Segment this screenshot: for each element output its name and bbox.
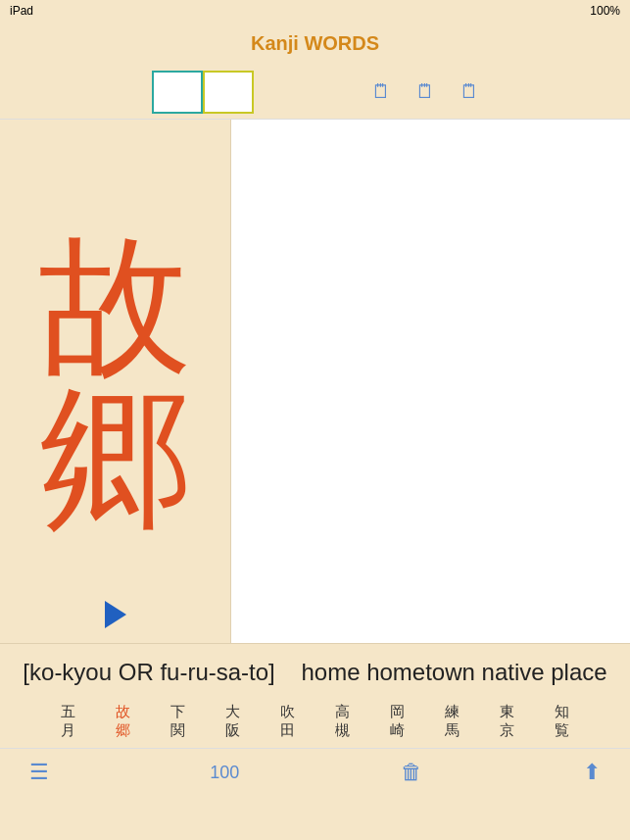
related-r2-c3[interactable]: 阪 <box>206 721 261 740</box>
kanji-char-2: 郷 <box>39 381 191 533</box>
related-r2-c4[interactable]: 田 <box>261 721 315 740</box>
delete-icon[interactable]: 🗑 <box>401 760 422 785</box>
related-r2-c6[interactable]: 崎 <box>370 721 425 740</box>
status-bar: iPad 100% <box>0 0 630 22</box>
related-r2-c7[interactable]: 馬 <box>425 721 480 740</box>
related-r2-c5[interactable]: 槻 <box>315 721 370 740</box>
app-title: Kanji WORDS <box>251 32 379 55</box>
main-area: 故 郷 <box>0 119 630 643</box>
card-pair[interactable] <box>152 71 254 114</box>
related-r2-c1[interactable]: 郷 <box>96 721 151 740</box>
related-r1-c6[interactable]: 岡 <box>370 703 425 721</box>
related-r2-c8[interactable]: 京 <box>480 721 535 740</box>
related-r1-c7[interactable]: 練 <box>425 703 480 721</box>
list-icon[interactable]: ☰ <box>29 760 49 785</box>
related-r1-c9[interactable]: 知 <box>535 703 590 721</box>
card-box-first[interactable] <box>152 71 203 114</box>
edit-icon-3[interactable]: 🗒 <box>460 80 479 103</box>
related-r1-c0[interactable]: 五 <box>41 703 96 721</box>
related-r1-c1[interactable]: 故 <box>96 703 151 721</box>
card-box-second[interactable] <box>203 71 254 114</box>
kanji-panel: 故 郷 <box>0 120 230 643</box>
related-r1-c3[interactable]: 大 <box>206 703 261 721</box>
edit-icon-1[interactable]: 🗒 <box>371 80 391 103</box>
definition-text: home hometown native place <box>301 659 606 685</box>
word-count: 100 <box>210 763 239 783</box>
share-icon[interactable]: ⬆ <box>583 760 601 785</box>
related-r2-c9[interactable]: 覧 <box>535 721 590 740</box>
related-r1-c2[interactable]: 下 <box>151 703 206 721</box>
status-left: iPad <box>10 4 33 18</box>
toolbar-icons: 🗒 🗒 🗒 <box>371 80 479 103</box>
edit-icon-2[interactable]: 🗒 <box>415 80 435 103</box>
related-row-1: 五 故 下 大 吹 高 岡 練 東 知 <box>0 703 630 721</box>
kanji-char-1: 故 <box>39 229 191 381</box>
status-right: 100% <box>590 4 620 18</box>
related-r1-c5[interactable]: 高 <box>315 703 370 721</box>
meaning-area: [ko-kyou OR fu-ru-sa-to] home hometown n… <box>0 643 630 697</box>
related-r2-c2[interactable]: 関 <box>151 721 206 740</box>
related-row-2: 月 郷 関 阪 田 槻 崎 馬 京 覧 <box>0 721 630 740</box>
related-r2-c0[interactable]: 月 <box>41 721 96 740</box>
header: Kanji WORDS <box>0 22 630 65</box>
reading-text: [ko-kyou OR fu-ru-sa-to] <box>23 659 274 685</box>
toolbar: 🗒 🗒 🗒 <box>0 65 630 119</box>
related-r1-c8[interactable]: 東 <box>480 703 535 721</box>
writing-panel[interactable] <box>230 120 630 643</box>
related-r1-c4[interactable]: 吹 <box>261 703 315 721</box>
bottom-toolbar: ☰ 100 🗑 ⬆ <box>0 748 630 797</box>
play-button[interactable] <box>105 601 126 628</box>
related-area: 五 故 下 大 吹 高 岡 練 東 知 月 郷 関 阪 田 槻 崎 馬 京 覧 <box>0 697 630 748</box>
meaning-text: [ko-kyou OR fu-ru-sa-to] home hometown n… <box>10 656 620 689</box>
